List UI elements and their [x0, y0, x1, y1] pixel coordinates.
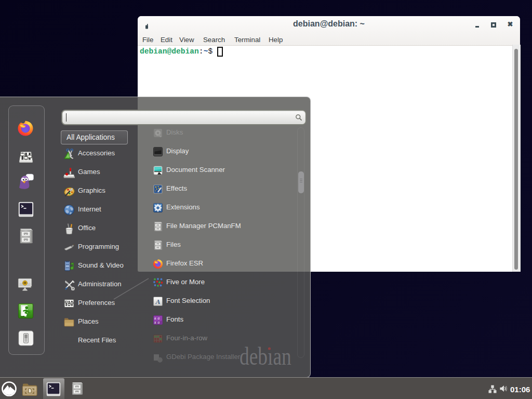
svg-text:debıan: debıan: [240, 345, 291, 370]
svg-text:A: A: [155, 298, 160, 305]
svg-text:a: a: [158, 320, 160, 325]
